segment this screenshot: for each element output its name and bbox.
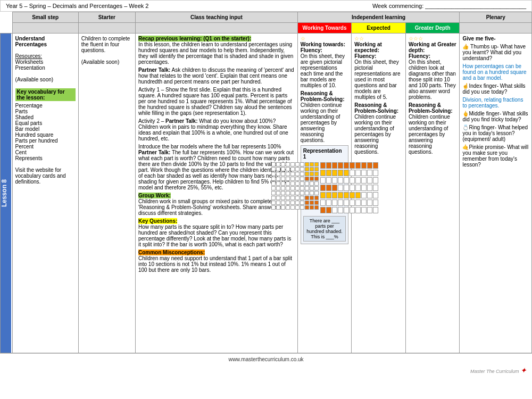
expected-title: Working at expected: (354, 41, 403, 53)
page-title: Year 5 – Spring – Decimals and Percentag… (6, 3, 148, 9)
index-finger: ☝Index finger- What skills did you use t… (462, 83, 529, 95)
lesson-label: Lesson 8 (1, 34, 11, 353)
gd-reasoning-label: Reasoning & Problem-Solving: (409, 102, 457, 114)
starter-cell: Children to complete the fluent in four … (78, 34, 135, 353)
col-greater-depth: Greater Depth (405, 23, 460, 34)
give-me-five: Give me five- (462, 36, 529, 41)
partner-talk-1: Partner Talk: Ask children to discuss th… (138, 67, 295, 85)
small-step-title: Understand Percentages (15, 36, 76, 47)
available: (Available soon) (15, 77, 76, 82)
col-class-teaching: Class teaching input (135, 12, 297, 23)
bar-row-3 (320, 177, 378, 184)
vocab-list: Percentage Parts Shaded Equal parts Bar … (15, 103, 76, 161)
wt-reasoning: Children continue working on their under… (301, 102, 349, 143)
wt-reasoning-label: Reasoning & Problem-Solving: (301, 90, 349, 102)
bar-row-5 (320, 192, 378, 198)
week-commencing: Week commencing: _______________________… (372, 3, 526, 9)
bar-row-1 (320, 162, 378, 169)
working-towards-cell: ☆ Working towards: Fluency: On this shee… (297, 34, 352, 353)
bar-row-2 (320, 170, 378, 176)
top-header: Year 5 – Spring – Decimals and Percentag… (0, 0, 532, 12)
greater-depth-cell: ☆☆☆ Working at Greater depth: Fluency: O… (405, 34, 460, 353)
bar-row-7 (320, 207, 378, 213)
visit-note: Visit the website for vocabulary cards a… (15, 167, 76, 185)
recap-label: Recap previous learning: (Q1 on the star… (138, 36, 251, 41)
col-independent: Independent learning (297, 12, 460, 23)
starter-available: (Available soon) (81, 59, 132, 65)
working-towards-title: Working towards: (301, 41, 349, 47)
small-step-cell: Understand Percentages Resources: Worksh… (12, 34, 78, 353)
resource-worksheets: Worksheets (15, 59, 76, 65)
expected-stars: ☆☆ (354, 36, 403, 41)
wt-fluency: On this sheet, they are given pictorial … (301, 53, 349, 88)
bar-model-visual (320, 162, 378, 213)
middle-finger: 🖕Middle finger- What skills did you find… (462, 111, 529, 122)
activity-2: Activity 2 – Partner Talk: What do you k… (138, 118, 295, 142)
representation-title: Representation 1 (303, 148, 346, 160)
ring-finger: 💍Ring finger- What helped you in today's… (462, 124, 529, 142)
col-plenary: Plenary (460, 12, 532, 23)
exp-fluency: On this sheet, they pictorial representa… (354, 59, 403, 100)
gd-fluency: On this sheet, children look at diagrams… (409, 59, 457, 100)
division-relating: Division, relating fractions to percenta… (462, 97, 529, 109)
resources-label: Resources: (15, 53, 76, 59)
gd-title: Working at Greater depth: (409, 41, 457, 53)
representation-caption: There are ___ parts per hundred shaded. … (303, 216, 346, 242)
intro: In this lesson, the children learn to un… (138, 41, 295, 65)
watermark: Master The Curriculum ✦ (0, 365, 532, 376)
exp-reasoning-label: Reasoning & Problem-Solving: (354, 102, 403, 114)
wt-fluency-label: Fluency: (301, 47, 349, 53)
key-vocab-label: Key vocabulary for the lesson: (15, 88, 76, 101)
hundred-square (271, 162, 319, 213)
bar-row-4 (320, 185, 378, 191)
gd-stars: ☆☆☆ (409, 36, 457, 41)
bar-row-6 (320, 200, 378, 206)
representation-box: Representation 1 (301, 145, 349, 244)
starter-text: Children to complete the fluent in four … (81, 36, 132, 53)
col-starter: Starter (78, 12, 135, 23)
thumbs-up: 👍 Thumbs up- What have you learnt? What … (462, 44, 529, 61)
caption-1: There are ___ parts per hundred shaded. (306, 218, 343, 234)
how-percentages: How percentages can be found on a hundre… (462, 63, 529, 81)
visual-grid (303, 162, 346, 213)
working-towards-stars: ☆ (301, 36, 349, 41)
resource-presentation: Presentation (15, 65, 76, 71)
footer-website: www.masterthecurriculum.co.uk (228, 356, 303, 362)
pinkie: 🤙Pinkie promise- What will you make sure… (462, 144, 529, 168)
key-questions: Key Questions:How many parts is the squa… (138, 218, 295, 247)
gd-reasoning: Children continue working on their under… (409, 114, 457, 155)
caption-2: This is ___% (306, 234, 343, 239)
gd-fluency-label: Fluency: (409, 53, 457, 59)
misconceptions: Common Misconceptions:Children may need … (138, 250, 295, 273)
footer: www.masterthecurriculum.co.uk (0, 353, 532, 365)
col-small-step: Small step (12, 12, 78, 23)
plenary-cell: Give me five- 👍 Thumbs up- What have you… (460, 34, 532, 353)
exp-fluency-label: Fluency: (354, 53, 403, 59)
activity-1: Activity 1 – Show the first slide. Expla… (138, 87, 295, 116)
col-working-towards: Working Towards (297, 23, 352, 34)
exp-reasoning: Children continue working on their under… (354, 114, 403, 155)
col-expected: Expected (352, 23, 406, 34)
